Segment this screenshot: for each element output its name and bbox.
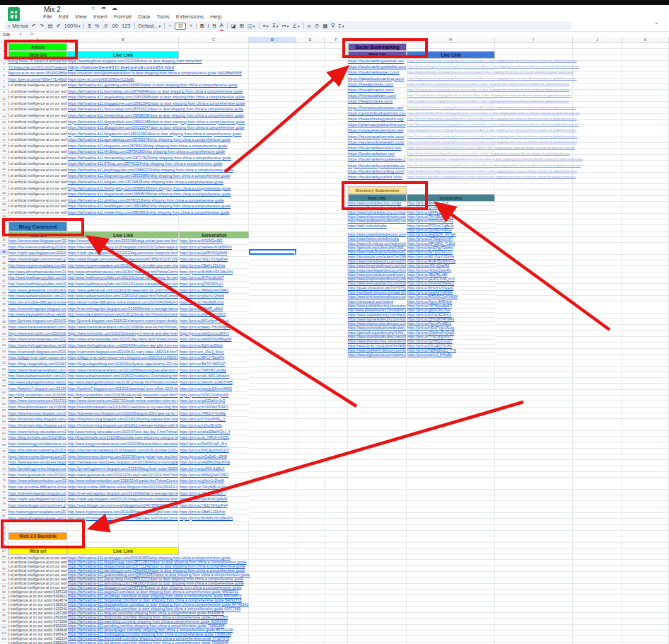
- table-row[interactable]: https://jpmattinggreeves.blogspot.com/2h…: [8, 466, 249, 473]
- cell[interactable]: https://bostinlo7.blogspot.com/2019/02: [8, 386, 66, 393]
- table-row[interactable]: t of artificial intelligence ai on our w…: [8, 101, 179, 108]
- table-row[interactable]: https://www.blogger.com/comment.g?blhttp…: [8, 503, 249, 510]
- cell[interactable]: https://prnt.sc/gT6R9R2LyU: [180, 282, 248, 288]
- row-header-85[interactable]: 85: [0, 536, 8, 542]
- table-row[interactable]: https://bookmarkyourarticles.cohttps://b…: [348, 163, 495, 169]
- row-header-33[interactable]: 33: [0, 231, 8, 237]
- cell[interactable]: https://www.johnwhitemalecke.com/201: [8, 516, 66, 522]
- cell[interactable]: t of artificial intelligence ai on our w…: [8, 161, 67, 168]
- cell[interactable]: losing future 15 impact of artificial.ht…: [8, 59, 67, 65]
- social-bookmarking-data[interactable]: https://bookmarkingcentral.net/https://b…: [348, 59, 495, 180]
- table-row[interactable]: https://www.seibaomeitoulton.com/2018htt…: [8, 478, 249, 485]
- cell[interactable]: t of artificial intelligence ai on our w…: [8, 186, 67, 192]
- column-header-F[interactable]: F: [325, 37, 348, 43]
- borders-icon[interactable]: ⊞: [240, 21, 244, 30]
- cell[interactable]: https://friendsbrooklawns.ca/2016/08/01/…: [68, 405, 178, 411]
- cell[interactable]: http://www.healthsavvysyllabi.com/201: [8, 282, 66, 288]
- cell[interactable]: https://art-pl-mobile-888casino-online.b…: [68, 485, 178, 491]
- cell[interactable]: http://www.johnwhitemalecke.com/2018: [8, 270, 66, 276]
- row-header-83[interactable]: 83: [0, 525, 8, 531]
- table-row[interactable]: https://www.blogger.com/comment.g?blhttp…: [8, 257, 249, 263]
- cell[interactable]: https://belizejansen-wordpress.blogspot: [8, 460, 66, 466]
- table-row[interactable]: https://art-pl-mobile-888casino-online-4…: [8, 485, 249, 491]
- cell[interactable]: https://prnt.sc/K01962w382: [180, 238, 248, 245]
- cell[interactable]: https://dapatbookmarking.com/page/busine…: [407, 76, 574, 82]
- menu-help[interactable]: Help: [210, 13, 221, 20]
- table-row[interactable]: http://www.seibaomeitoulton.com/2018http…: [8, 374, 249, 380]
- row-header-12[interactable]: 12: [0, 108, 8, 113]
- cell[interactable]: https://prnt.sc/tM8aQ0wVO9R2: [180, 473, 248, 479]
- cell[interactable]: https://farhvadna-d11.blogunion.com/2878…: [68, 144, 301, 150]
- column-header-J[interactable]: J: [573, 37, 622, 43]
- row-header-99[interactable]: 99: [0, 619, 8, 624]
- table-row[interactable]: https://bookmarktemplatesites.chttps://b…: [348, 157, 495, 163]
- table-row[interactable]: https://www.franklinamerahand.com/202htt…: [8, 325, 249, 331]
- table-row[interactable]: t of artificial intelligence ai on our w…: [8, 180, 179, 186]
- font-size-decrease-icon[interactable]: −: [168, 21, 171, 30]
- menu-edit[interactable]: Edit: [59, 13, 69, 20]
- cell[interactable]: https://prnt.sc/ya2f6VkOgMeM: [180, 497, 248, 503]
- spreadsheet-grid[interactable]: ABCDEFGHIJK12345678910111213141516171819…: [0, 37, 669, 644]
- table-row[interactable]: t of artificial intelligence ai on our w…: [8, 149, 179, 156]
- row-header-41[interactable]: 41: [0, 278, 8, 284]
- cell[interactable]: https://heapbmarks.com/: [348, 99, 406, 105]
- row-header-54[interactable]: 54: [0, 355, 8, 360]
- cell[interactable]: https://marmorph.blogspot.com/2020/06/11…: [68, 350, 178, 356]
- table-row[interactable]: t of artificial intelligence ai on our w…: [8, 137, 179, 144]
- cell[interactable]: https://farhvadna-d11.thefairyblog.com/2…: [68, 113, 301, 120]
- insert-comment-icon[interactable]: ⊙: [315, 21, 319, 30]
- cell[interactable]: https://nijsbi-vjay.blogspot.com/2012/01: [8, 497, 66, 503]
- cell[interactable]: https://bookmarkyourlink.com/page/busine…: [407, 175, 574, 180]
- decrease-decimal-icon[interactable]: .0: [103, 21, 107, 30]
- table-row[interactable]: t of artificial intelligence ai on our w…: [8, 156, 179, 162]
- row-header-43[interactable]: 43: [0, 290, 8, 296]
- table-row[interactable]: https://www.thefrugalmandson.net/2024htt…: [8, 343, 249, 350]
- cell[interactable]: https://www.slovenorea.com/2017/01/book-…: [68, 398, 178, 405]
- cell[interactable]: https://farhvadna-d11.blogars.com/287268…: [68, 180, 301, 186]
- table-row[interactable]: https://www.digibusiness.com/submit.phht…: [348, 353, 495, 357]
- table-row[interactable]: https://secretonlinewealth.com/https://s…: [348, 140, 495, 146]
- cell[interactable]: https://farhvadna-d11.full-design.com/sh…: [68, 640, 301, 644]
- format-percent-icon[interactable]: %: [95, 21, 100, 30]
- row-header-51[interactable]: 51: [0, 337, 8, 343]
- redo-icon[interactable]: ↷: [40, 21, 44, 30]
- cell[interactable]: t of artificial intelligence ai on our w…: [8, 198, 67, 205]
- cell[interactable]: https://farhvadna-d11.boyblogguide.com/2…: [68, 168, 301, 174]
- cell[interactable]: t of artificial intelligence ai on our w…: [8, 107, 67, 113]
- cell[interactable]: http://www.hurling-rebusatlan.com/2020/0…: [68, 430, 178, 436]
- menu-extensions[interactable]: Extensions: [176, 13, 204, 20]
- row-header-86[interactable]: 86: [0, 543, 8, 548]
- format-currency-icon[interactable]: $: [88, 21, 91, 30]
- table-row[interactable]: https://www.hurling-rebusatlan.com/202ht…: [8, 430, 249, 436]
- table-row[interactable]: t of artificial intelligence ai on our w…: [8, 144, 179, 150]
- row-header-94[interactable]: 94: [0, 590, 8, 595]
- row-header-49[interactable]: 49: [0, 325, 8, 330]
- cell[interactable]: https://prnt.sc/BaTAYN8DQiP: [180, 362, 248, 368]
- table-row[interactable]: https://bookmarkservices.net/https://boo…: [348, 146, 495, 151]
- table-row[interactable]: http://www.healthsavvysyllabi.com/201htt…: [8, 275, 249, 282]
- cell[interactable]: https://secureanalyzersite.com/page/busi…: [407, 134, 574, 140]
- table-row[interactable]: t of artificial intelligence ai on our w…: [8, 125, 179, 132]
- table-row[interactable]: t of artificial intelligence ai on our w…: [8, 192, 179, 198]
- row-header-6[interactable]: 6: [0, 73, 8, 79]
- row-header-80[interactable]: 80: [0, 507, 8, 513]
- cell[interactable]: https://prev.w.com/p/793be771148b249d: [8, 77, 67, 84]
- row-header-64[interactable]: 64: [0, 413, 8, 419]
- cell[interactable]: t intelligence ai on our world 88892284: [8, 640, 67, 644]
- row-header-44[interactable]: 44: [0, 296, 8, 301]
- cell[interactable]: http://www.mygreensoaplara.com/2011: [8, 263, 66, 270]
- cell[interactable]: https://nijsbi-vjay.blogspot.com/2012/01…: [68, 497, 178, 503]
- cell[interactable]: https://freesocialsites.com/: [348, 93, 406, 99]
- cell[interactable]: http://www.healthsavvysyllabi.com/2013/0…: [68, 275, 178, 282]
- cell[interactable]: http://www.mygreensoaplara.com/2011: [8, 510, 66, 516]
- menu-file[interactable]: File: [43, 13, 52, 20]
- row-header-68[interactable]: 68: [0, 437, 8, 442]
- cell[interactable]: https://www.writersrelaxday.com/2021/01/…: [68, 337, 178, 343]
- cell[interactable]: https://www.digibusiness.com/submit.ph: [348, 353, 406, 357]
- cell[interactable]: https://prnt.sc/8gVLazZi6ob: [180, 343, 248, 350]
- cell[interactable]: https://farhvadna-d11.angelesblog.com/20…: [68, 95, 301, 101]
- cell[interactable]: https://prnt.sc/wls-WALJoKavIm: [180, 374, 248, 380]
- cell[interactable]: http://blog.nendoshare.com/2016/08/el: [8, 393, 66, 399]
- row-header-3[interactable]: 3: [0, 55, 8, 61]
- toolbar-collapse-icon[interactable]: ⌃: [654, 22, 659, 28]
